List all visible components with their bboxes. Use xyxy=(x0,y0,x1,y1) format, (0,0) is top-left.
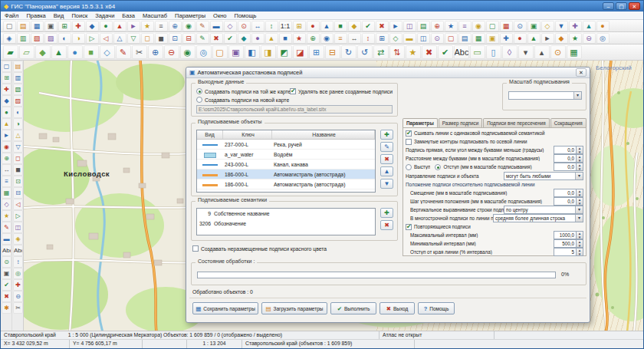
straight-angle-input[interactable]: 0,0 xyxy=(554,146,583,154)
toolbar-icon[interactable]: ⊖ xyxy=(13,291,23,302)
toolbar-icon[interactable]: ▣ xyxy=(2,268,12,279)
toolbar-icon[interactable]: ◻ xyxy=(141,33,154,44)
toolbar-icon[interactable]: ✚ xyxy=(2,84,12,95)
toolbar-icon[interactable]: ▣ xyxy=(527,21,540,31)
toolbar-icon[interactable]: ↔ xyxy=(251,21,264,31)
save-icon[interactable]: ▦ xyxy=(31,21,44,31)
toolbar-icon[interactable]: ▭ xyxy=(470,45,485,59)
toolbar-icon[interactable]: ◆ xyxy=(35,45,51,59)
protrude-radio[interactable] xyxy=(406,164,412,170)
menu-view[interactable]: Вид xyxy=(50,12,68,19)
toolbar-icon[interactable]: ↻ xyxy=(341,45,356,59)
spinner[interactable] xyxy=(577,189,583,197)
toolbar-icon[interactable]: ◆ xyxy=(555,33,568,44)
toolbar-icon[interactable]: ▼ xyxy=(555,21,568,31)
load-params-button[interactable]: ▤ Загрузить параметры xyxy=(261,302,327,314)
tab-label-size[interactable]: Размер подписи xyxy=(439,118,482,127)
menu-help[interactable]: Помощь xyxy=(231,12,261,19)
dialog-close-button[interactable]: ✕ xyxy=(576,68,586,77)
toolbar-icon[interactable]: ⊙ xyxy=(2,256,12,268)
toolbar-icon[interactable]: ▧ xyxy=(13,84,23,95)
toolbar-icon[interactable]: ✔ xyxy=(2,279,12,291)
toolbar-icon[interactable]: ▲ xyxy=(583,21,596,31)
add-object-button[interactable]: ✚ xyxy=(380,130,393,140)
toolbar-icon[interactable]: ✔ xyxy=(362,21,375,31)
toolbar-icon[interactable]: ★ xyxy=(445,21,458,31)
toolbar-icon[interactable]: ◆ xyxy=(86,21,99,31)
toolbar-icon[interactable]: ▤ xyxy=(13,61,23,72)
toolbar-icon[interactable]: ◉ xyxy=(180,45,196,59)
add-semantic-button[interactable]: ✚ xyxy=(380,208,393,218)
toolbar-icon[interactable]: ⇅ xyxy=(389,45,405,59)
toolbar-icon[interactable]: ✔ xyxy=(224,33,237,44)
toolbar-icon[interactable]: ● xyxy=(514,33,527,44)
tab-labels-outside[interactable]: Подписи вне пересечения xyxy=(483,118,550,127)
menu-window[interactable]: Окно xyxy=(209,12,230,19)
delete-old-labels-checkbox[interactable] xyxy=(290,88,296,94)
toolbar-icon[interactable]: ▦ xyxy=(500,21,513,31)
toolbar-icon[interactable]: ▬ xyxy=(403,33,416,44)
toolbar-icon[interactable]: ◁ xyxy=(100,33,113,44)
object-row[interactable]: a_var_water Водоём xyxy=(197,150,375,160)
menu-database[interactable]: База xyxy=(118,12,139,19)
toolbar-icon[interactable]: ◫ xyxy=(417,33,430,44)
print-icon[interactable]: ▣ xyxy=(44,21,58,31)
toolbar-icon[interactable]: ⊟ xyxy=(13,187,23,199)
abc-label-icon[interactable]: Abc xyxy=(454,45,469,59)
move-object-up-button[interactable]: ▲ xyxy=(380,166,393,176)
toolbar-icon[interactable]: ⊞ xyxy=(58,21,71,31)
output-path-field[interactable]: E:\osm2025\Ставропольский край\Label\ru-… xyxy=(196,105,393,114)
minimize-button[interactable]: – xyxy=(603,2,614,10)
menu-tasks[interactable]: Задачи xyxy=(91,12,118,19)
toolbar-icon[interactable]: ✚ xyxy=(72,21,85,31)
toolbar-icon[interactable]: ► xyxy=(2,130,12,141)
valign-combo[interactable]: по центру xyxy=(504,206,583,214)
toolbar-icon[interactable]: ▯ xyxy=(486,45,501,59)
indent-input[interactable]: 0,0 xyxy=(554,163,583,171)
toolbar-icon[interactable]: ● xyxy=(2,107,12,118)
toolbar-icon[interactable]: ≡ xyxy=(334,33,347,44)
toolbar-icon[interactable]: ✖ xyxy=(2,291,12,302)
toolbar-icon[interactable]: ▤ xyxy=(417,21,430,31)
same-map-radio[interactable] xyxy=(196,88,202,94)
toolbar-icon[interactable]: ⊙ xyxy=(550,45,566,59)
toolbar-icon[interactable]: ▬ xyxy=(2,233,12,245)
run-button[interactable]: ✔ Выполнить xyxy=(330,302,376,314)
toolbar-icon[interactable]: ★ xyxy=(406,45,421,59)
new-file-icon[interactable]: ▢ xyxy=(3,21,16,31)
red-labels-checkbox[interactable] xyxy=(192,245,199,252)
abc-label-icon[interactable]: Abc xyxy=(2,245,12,256)
toolbar-icon[interactable]: ■ xyxy=(334,21,347,31)
new-map-radio[interactable] xyxy=(196,97,202,103)
toolbar-icon[interactable]: ▥ xyxy=(13,72,23,84)
toolbar-icon[interactable]: ↕ xyxy=(13,256,23,268)
toolbar-icon[interactable]: ▰ xyxy=(3,45,18,59)
toolbar-icon[interactable]: ⊙ xyxy=(514,21,527,31)
toolbar-icon[interactable]: ↺ xyxy=(357,45,373,59)
toolbar-icon[interactable]: ✖ xyxy=(376,21,389,31)
toolbar-icon[interactable]: ⊖ xyxy=(583,33,596,44)
toolbar-icon[interactable]: ⊕ xyxy=(307,33,320,44)
toolbar-icon[interactable]: ★ xyxy=(141,21,154,31)
toolbar-icon[interactable]: ⊕ xyxy=(169,21,182,31)
toolbar-icon[interactable]: ✚ xyxy=(569,21,582,31)
toolbar-icon[interactable]: ✔ xyxy=(438,45,453,59)
toolbar-icon[interactable]: ▢ xyxy=(486,21,499,31)
toolbar-icon[interactable]: ◈ xyxy=(3,33,16,44)
toolbar-icon[interactable]: ◪ xyxy=(293,45,308,59)
multiline-combo[interactable]: средняя более длинная строка xyxy=(493,214,583,222)
toolbar-icon[interactable]: ▧ xyxy=(31,33,44,44)
toolbar-icon[interactable]: ▤ xyxy=(458,33,472,44)
toolbar-icon[interactable]: ▦ xyxy=(2,187,12,199)
toolbar-icon[interactable]: ◇ xyxy=(2,199,12,210)
toolbar-icon[interactable]: ◆ xyxy=(238,33,251,44)
toolbar-icon[interactable]: ↔ xyxy=(348,33,361,44)
toolbar-icon[interactable]: ◆ xyxy=(348,21,361,31)
toolbar-icon[interactable]: ■ xyxy=(279,33,292,44)
spinner[interactable] xyxy=(577,248,583,256)
objects-table[interactable]: Вид Ключ Название 237-000-L Река, ручей … xyxy=(196,130,376,193)
toolbar-icon[interactable]: ◉ xyxy=(472,21,485,31)
object-row[interactable]: 243-000-L Канал, канава xyxy=(197,160,375,170)
edge-offset-input[interactable]: 5 xyxy=(554,248,583,256)
toolbar-icon[interactable]: ● xyxy=(251,33,264,44)
